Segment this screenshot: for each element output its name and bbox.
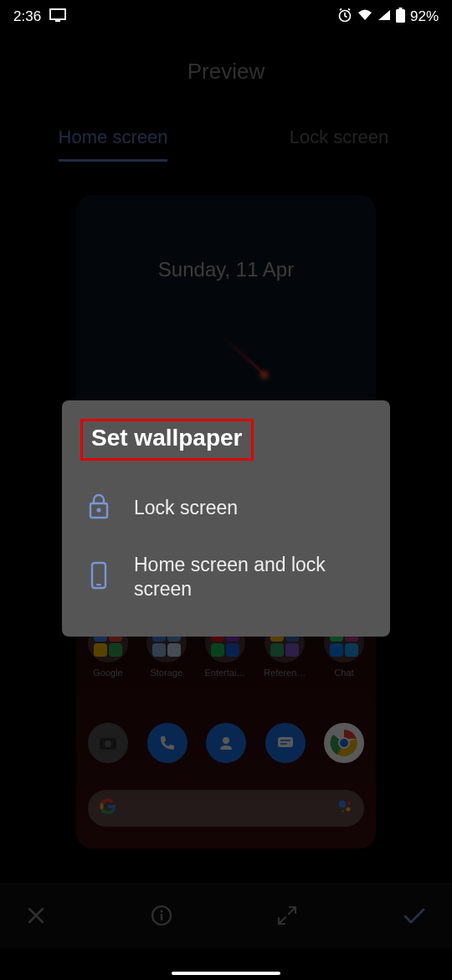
expand-button[interactable] [275,904,299,927]
svg-point-16 [342,810,344,812]
svg-rect-3 [398,8,402,9]
battery-percent: 92% [410,8,439,25]
svg-point-6 [105,740,111,747]
assistant-icon [337,799,352,818]
option-home-and-lock[interactable]: Home screen and lock screen [62,538,390,616]
dock-row [88,723,364,763]
tabs: Home screen Lock screen [0,126,452,162]
preview-date: Sunday, 11 Apr [76,195,376,281]
svg-point-7 [223,737,229,744]
tab-home-screen[interactable]: Home screen [0,126,226,162]
signal-icon [378,8,391,25]
set-wallpaper-dialog: Set wallpaper Lock screen Home screen an… [62,400,390,637]
phone-app-icon [147,723,187,763]
svg-rect-23 [96,584,101,585]
svg-rect-4 [396,9,405,23]
status-bar: 2:36 92% [0,0,452,34]
status-time: 2:36 [13,8,41,25]
wifi-icon [357,8,372,25]
page-title: Preview [0,59,452,85]
svg-rect-19 [160,914,162,921]
bottom-action-bar [0,883,452,948]
screen-cast-icon [49,8,66,26]
svg-point-12 [340,739,348,747]
option-label: Home screen and lock screen [134,553,365,601]
lock-icon [87,493,110,523]
option-lock-screen[interactable]: Lock screen [62,477,390,538]
phone-icon [87,561,110,593]
svg-point-14 [347,802,351,805]
dialog-title-highlight: Set wallpaper [80,419,254,461]
chrome-app-icon [324,723,364,763]
info-button[interactable] [150,904,173,927]
svg-point-18 [160,910,162,913]
svg-rect-8 [278,737,293,747]
option-label: Lock screen [134,496,238,520]
messages-app-icon [265,723,306,763]
google-search-bar [88,790,364,827]
tab-lock-screen[interactable]: Lock screen [226,126,452,162]
dialog-title: Set wallpaper [91,425,243,451]
battery-icon [396,8,405,27]
confirm-button[interactable] [402,905,427,926]
google-g-icon [100,798,116,818]
svg-point-13 [339,801,347,808]
svg-rect-0 [50,9,65,19]
navigation-handle[interactable] [172,972,280,975]
camera-app-icon [88,723,128,763]
meteor-graphic [221,335,266,376]
contacts-app-icon [206,723,246,763]
svg-point-15 [347,807,351,812]
alarm-icon [337,8,352,27]
svg-point-21 [97,508,101,513]
close-button[interactable] [25,905,47,926]
svg-rect-1 [55,20,60,22]
